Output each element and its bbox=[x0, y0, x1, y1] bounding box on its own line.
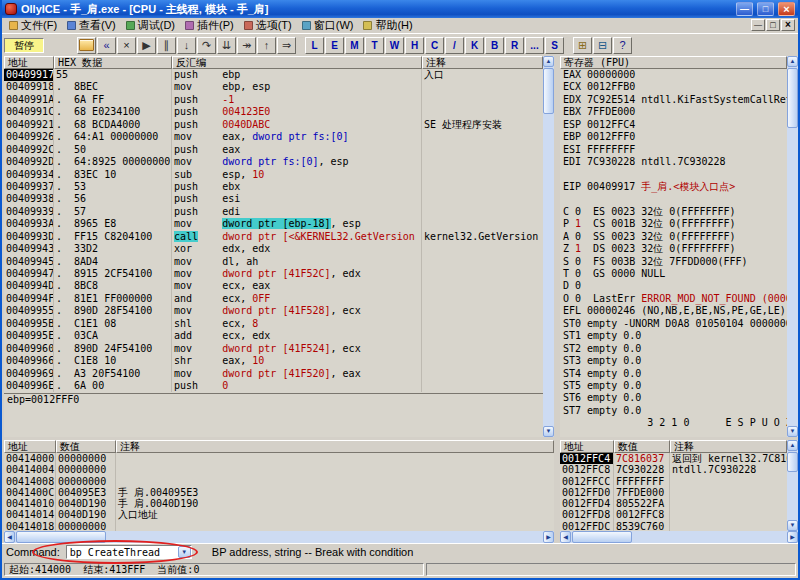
menu-item[interactable]: 查看(V) bbox=[62, 17, 121, 34]
command-input[interactable]: bp CreateThread ▼ bbox=[66, 545, 192, 559]
register-line[interactable]: ECX 0012FFB0 bbox=[560, 81, 787, 93]
disassembly-row[interactable]: 0040991C . 68 E0234100 push 004123E0 bbox=[4, 106, 543, 118]
scroll-thumb[interactable] bbox=[16, 531, 106, 543]
register-line[interactable]: EDX 7C92E514 ntdll.KiFastSystemCallRet bbox=[560, 94, 787, 106]
disassembly-row[interactable]: 00409969 . A3 20F54100 mov dword ptr [41… bbox=[4, 368, 543, 380]
scroll-left-icon[interactable]: ◀ bbox=[4, 531, 15, 543]
scroll-thumb[interactable] bbox=[543, 68, 554, 114]
disassembly-row[interactable]: 00409917 55 push ebp 入口 bbox=[4, 69, 543, 81]
register-line[interactable]: ST5 empty 0.0 bbox=[560, 380, 787, 392]
restore-button[interactable] bbox=[757, 2, 774, 16]
execute-till-return-button[interactable]: ↑ bbox=[257, 37, 276, 54]
register-line[interactable]: C 0 ES 0023 32位 0(FFFFFFFF) bbox=[560, 206, 787, 218]
stack-row[interactable]: 0012FFDC 8539C760 bbox=[560, 521, 787, 531]
disassembly-row[interactable]: 0040993D . FF15 C8204100 call dword ptr … bbox=[4, 231, 543, 243]
register-line[interactable]: EBX 7FFDE000 bbox=[560, 106, 787, 118]
pane-window-button[interactable]: ... bbox=[525, 37, 544, 54]
disassembly-row[interactable]: 0040995B . C1E1 08 shl ecx, 8 bbox=[4, 318, 543, 330]
register-line[interactable]: EFL 00000246 (NO,NB,E,BE,NS,PE,GE,LE) bbox=[560, 305, 787, 317]
scroll-right-icon[interactable]: ▶ bbox=[543, 531, 554, 543]
pane-window-button[interactable]: B bbox=[485, 37, 504, 54]
disassembly-row[interactable]: 00409966 . C1E8 10 shr eax, 10 bbox=[4, 355, 543, 367]
register-line[interactable]: ESI FFFFFFFF bbox=[560, 144, 787, 156]
scroll-down-icon[interactable]: ▼ bbox=[787, 426, 798, 437]
disassembly-row[interactable]: 0040992C . 50 push eax bbox=[4, 144, 543, 156]
dump-row[interactable]: 0041400C 004095E3 手_肩.004095E3 bbox=[4, 487, 554, 498]
mdi-minimize-button[interactable] bbox=[751, 19, 765, 31]
register-line[interactable]: EBP 0012FFF0 bbox=[560, 131, 787, 143]
animate-into-button[interactable]: ⇊ bbox=[217, 37, 236, 54]
disassembly-row[interactable]: 00409943 . 33D2 xor edx, edx bbox=[4, 243, 543, 255]
menu-item[interactable]: 选项(T) bbox=[239, 17, 297, 34]
scroll-thumb[interactable] bbox=[572, 531, 632, 543]
disassembly-row[interactable]: 0040995E . 03CA add ecx, edx bbox=[4, 330, 543, 342]
disassembly-row[interactable]: 0040993A . 8965 E8 mov dword ptr [ebp-18… bbox=[4, 218, 543, 230]
register-line[interactable] bbox=[560, 169, 787, 181]
stack-row[interactable]: 0012FFD4 805522FA bbox=[560, 498, 787, 509]
register-line[interactable]: ST2 empty 0.0 bbox=[560, 343, 787, 355]
pane-window-button[interactable]: H bbox=[405, 37, 424, 54]
disassembly-row[interactable]: 0040994F . 81E1 FF000000 and ecx, 0FF bbox=[4, 293, 543, 305]
pane-window-button[interactable]: E bbox=[325, 37, 344, 54]
scroll-left-icon[interactable]: ◀ bbox=[560, 531, 571, 543]
register-line[interactable]: A 0 SS 0023 32位 0(FFFFFFFF) bbox=[560, 231, 787, 243]
scroll-up-icon[interactable]: ▲ bbox=[787, 440, 798, 451]
disassembly-row[interactable]: 00409934 . 83EC 10 sub esp, 10 bbox=[4, 169, 543, 181]
open-file-button[interactable] bbox=[77, 37, 96, 54]
disassembly-row[interactable]: 00409945 . 8AD4 mov dl, ah bbox=[4, 256, 543, 268]
dump-row[interactable]: 00414000 00000000 bbox=[4, 453, 554, 464]
scroll-down-icon[interactable]: ▼ bbox=[787, 520, 798, 531]
dump-row[interactable]: 00414014 0040D190 入口地址 bbox=[4, 509, 554, 520]
options-button[interactable]: ⊞ bbox=[573, 37, 592, 54]
menu-item[interactable]: 文件(F) bbox=[4, 17, 62, 34]
register-line[interactable]: ST1 empty 0.0 bbox=[560, 330, 787, 342]
mdi-restore-button[interactable] bbox=[766, 19, 780, 31]
disassembly-row[interactable]: 0040996E . 6A 00 push 0 bbox=[4, 380, 543, 392]
close-program-button[interactable]: × bbox=[117, 37, 136, 54]
register-line[interactable]: O 0 LastErr ERROR_MOD_NOT_FOUND (0000007… bbox=[560, 293, 787, 305]
dropdown-arrow-icon[interactable]: ▼ bbox=[178, 546, 191, 558]
register-line[interactable]: 3 2 1 0 E S P U O Z D I bbox=[560, 417, 787, 429]
help-button[interactable]: ? bbox=[613, 37, 632, 54]
pane-window-button[interactable]: R bbox=[505, 37, 524, 54]
register-line[interactable]: ST6 empty 0.0 bbox=[560, 392, 787, 404]
disassembly-row[interactable]: 00409926 . 64:A1 00000000 mov eax, dword… bbox=[4, 131, 543, 143]
disassembly-row[interactable]: 00409938 . 56 push esi bbox=[4, 193, 543, 205]
register-line[interactable]: ESP 0012FFC4 bbox=[560, 119, 787, 131]
close-button[interactable] bbox=[778, 2, 795, 16]
dump-row[interactable]: 00414008 00000000 bbox=[4, 476, 554, 487]
pane-window-button[interactable]: / bbox=[445, 37, 464, 54]
appearance-button[interactable]: ⊟ bbox=[593, 37, 612, 54]
dump-row[interactable]: 00414010 0040D190 手_肩.0040D190 bbox=[4, 498, 554, 509]
disassembly-row[interactable]: 00409918 . 8BEC mov ebp, esp bbox=[4, 81, 543, 93]
dump-row[interactable]: 00414004 00000000 bbox=[4, 464, 554, 475]
step-over-button[interactable]: ↷ bbox=[197, 37, 216, 54]
register-line[interactable]: D 0 bbox=[560, 280, 787, 292]
scroll-down-icon[interactable]: ▼ bbox=[543, 426, 554, 437]
menu-item[interactable]: 插件(P) bbox=[180, 17, 239, 34]
scroll-thumb[interactable] bbox=[787, 68, 798, 128]
restart-button[interactable]: « bbox=[97, 37, 116, 54]
run-button[interactable]: ▶ bbox=[137, 37, 156, 54]
pane-window-button[interactable]: C bbox=[425, 37, 444, 54]
scroll-up-icon[interactable]: ▲ bbox=[543, 56, 554, 67]
pane-window-button[interactable]: T bbox=[365, 37, 384, 54]
scroll-thumb[interactable] bbox=[787, 452, 798, 472]
disassembly-row[interactable]: 0040994D . 8BC8 mov ecx, eax bbox=[4, 280, 543, 292]
register-line[interactable]: ST7 empty 0.0 bbox=[560, 405, 787, 417]
pause-button[interactable]: ∥ bbox=[157, 37, 176, 54]
register-line[interactable]: ST3 empty 0.0 bbox=[560, 355, 787, 367]
scroll-up-icon[interactable]: ▲ bbox=[787, 56, 798, 67]
dump-hscrollbar[interactable]: ◀ ▶ bbox=[4, 531, 554, 543]
scroll-right-icon[interactable]: ▶ bbox=[787, 531, 798, 543]
menu-item[interactable]: 帮助(H) bbox=[358, 17, 417, 34]
disassembly-row[interactable]: 00409937 . 53 push ebx bbox=[4, 181, 543, 193]
pane-window-button[interactable]: S bbox=[545, 37, 564, 54]
disassembly-row[interactable]: 00409960 . 890D 24F54100 mov dword ptr [… bbox=[4, 343, 543, 355]
disassembly-row[interactable]: 0040991A . 6A FF push -1 bbox=[4, 94, 543, 106]
minimize-button[interactable] bbox=[736, 2, 753, 16]
register-line[interactable]: EAX 00000000 bbox=[560, 69, 787, 81]
register-line[interactable]: Z 1 DS 0023 32位 0(FFFFFFFF) bbox=[560, 243, 787, 255]
step-into-button[interactable]: ↓ bbox=[177, 37, 196, 54]
dump-row[interactable]: 00414018 00000000 bbox=[4, 521, 554, 531]
